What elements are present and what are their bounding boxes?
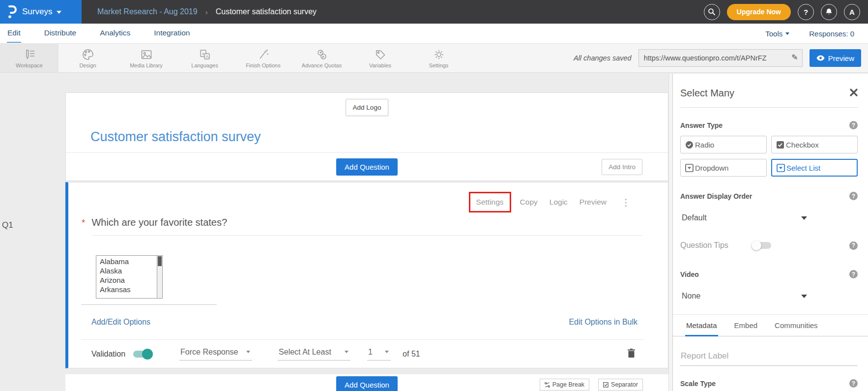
survey-nav-tabs: Edit Distribute Analytics Integration	[7, 24, 190, 43]
tab-edit[interactable]: Edit	[7, 24, 21, 43]
validation-rule-dropdown[interactable]: Force Response	[179, 348, 252, 361]
product-name: Surveys	[22, 7, 52, 17]
answer-type-label-text: Select List	[786, 164, 820, 172]
breadcrumb-folder[interactable]: Market Research - Aug 2019	[97, 7, 198, 16]
question-preview-action[interactable]: Preview	[579, 198, 607, 207]
chevron-down-icon	[801, 295, 807, 298]
toolbar-item-label: Advance Quotas	[302, 62, 342, 68]
toolbar-item-workspace[interactable]: Workspace	[0, 44, 58, 72]
save-status-text: All changes saved	[574, 54, 632, 62]
listbox-scroll-thumb[interactable]	[158, 256, 162, 266]
listbox-scrollbar[interactable]	[157, 256, 162, 298]
toolbar-item-media-library[interactable]: Media Library	[117, 44, 175, 72]
survey-title[interactable]: Customer satisfaction survey	[90, 129, 261, 145]
question-card: Settings Copy Logic Preview ⋮ * Which ar…	[65, 182, 668, 368]
answer-type-select-list[interactable]: Select List	[771, 159, 858, 177]
editor-toolbar: Workspace Design Media Library x̄A Langu…	[0, 43, 868, 73]
add-question-button-bottom[interactable]: Add Question	[336, 376, 398, 391]
toolbar-item-design[interactable]: Design	[58, 44, 117, 72]
answer-type-label-text: Radio	[695, 141, 714, 149]
tab-integration[interactable]: Integration	[153, 24, 190, 43]
toolbar-right: All changes saved ✎ Preview	[574, 44, 868, 72]
checkbox-icon	[776, 141, 784, 149]
list-option[interactable]: Arizona	[100, 275, 155, 285]
answer-select-list[interactable]: Alabama Alaska Arizona Arkansas	[96, 255, 163, 299]
chevron-down-icon	[801, 216, 807, 220]
validation-count-dropdown[interactable]: 1	[367, 348, 391, 361]
toolbar-item-languages[interactable]: x̄A Languages	[175, 44, 234, 72]
question-tips-toggle[interactable]	[752, 242, 771, 249]
tools-label: Tools	[765, 30, 782, 38]
toolbar-item-advance-quotas[interactable]: Advance Quotas	[292, 44, 351, 72]
survey-workspace: Q1 Add Logo Customer satisfaction survey…	[0, 74, 668, 391]
list-option[interactable]: Arkansas	[100, 285, 155, 294]
chevron-down-icon	[57, 11, 61, 14]
eye-icon	[816, 55, 825, 61]
notifications-button[interactable]	[821, 4, 837, 20]
question-tips-help-icon[interactable]: ?	[849, 241, 858, 250]
validation-of-total: of 51	[403, 350, 420, 359]
add-question-button-top[interactable]: Add Question	[336, 158, 398, 176]
upgrade-now-button[interactable]: Upgrade Now	[727, 4, 791, 20]
answer-type-radio[interactable]: Radio	[680, 136, 767, 153]
validation-toggle[interactable]	[133, 351, 152, 358]
chevron-down-icon	[246, 351, 250, 353]
scale-type-help-icon[interactable]: ?	[849, 379, 858, 388]
account-avatar[interactable]: A	[844, 4, 860, 20]
radio-icon	[685, 141, 694, 149]
add-edit-options-link[interactable]: Add/Edit Options	[91, 318, 150, 327]
list-option[interactable]: Alabama	[100, 257, 155, 266]
toolbar-item-label: Finish Options	[246, 62, 280, 68]
answer-display-order-dropdown[interactable]: Default	[680, 213, 807, 222]
answer-type-dropdown[interactable]: Dropdown	[680, 159, 767, 177]
tab-embed[interactable]: Embed	[733, 315, 759, 336]
close-panel-button[interactable]	[850, 89, 858, 98]
toolbar-item-label: Design	[79, 62, 96, 68]
video-dropdown[interactable]: None	[680, 292, 807, 301]
search-button[interactable]	[704, 4, 720, 20]
tag-icon	[374, 48, 387, 61]
question-text[interactable]: Which are your favorite states?	[91, 217, 227, 228]
question-more-menu-icon[interactable]: ⋮	[621, 197, 631, 208]
separator-button[interactable]: Separator	[598, 379, 643, 391]
help-button[interactable]: ?	[798, 4, 814, 20]
report-label-input[interactable]	[680, 351, 858, 366]
tab-distribute[interactable]: Distribute	[44, 24, 77, 43]
question-actions: Settings Copy Logic Preview ⋮	[68, 182, 668, 215]
topbar-actions: Upgrade Now ? A	[704, 4, 868, 20]
video-help-icon[interactable]: ?	[849, 270, 858, 278]
avatar-initial: A	[849, 8, 855, 16]
toolbar-item-label: Media Library	[130, 62, 163, 68]
breadcrumb-current-page: Customer satisfaction survey	[216, 7, 317, 16]
tab-analytics[interactable]: Analytics	[99, 24, 131, 43]
tab-communities[interactable]: Communities	[774, 315, 819, 336]
validation-row: Validation Force Response Select At Leas…	[91, 340, 668, 368]
delete-question-button[interactable]	[627, 348, 636, 360]
question-settings-action[interactable]: Settings	[469, 192, 511, 212]
toolbar-item-variables[interactable]: Variables	[351, 44, 409, 72]
toolbar-item-label: Variables	[369, 62, 391, 68]
magic-wand-icon	[257, 48, 270, 61]
survey-url-input[interactable]	[638, 49, 803, 67]
list-option[interactable]: Alaska	[100, 266, 155, 275]
preview-button[interactable]: Preview	[810, 49, 861, 67]
add-intro-button[interactable]: Add Intro	[602, 159, 642, 175]
answer-type-grid: Radio Checkbox Dropdown Select List	[680, 136, 858, 177]
question-copy-action[interactable]: Copy	[520, 198, 538, 207]
add-logo-button[interactable]: Add Logo	[346, 99, 389, 116]
edit-url-pencil-icon[interactable]: ✎	[791, 53, 798, 62]
answer-type-help-icon[interactable]: ?	[849, 121, 858, 129]
tab-metadata[interactable]: Metadata	[685, 315, 718, 336]
question-text-underline	[91, 235, 642, 236]
toolbar-item-finish-options[interactable]: Finish Options	[234, 44, 292, 72]
answer-type-checkbox[interactable]: Checkbox	[771, 136, 858, 153]
toolbar-item-settings[interactable]: Settings	[409, 44, 468, 72]
main-scrollbar-track[interactable]	[668, 74, 672, 391]
answer-display-order-help-icon[interactable]: ?	[849, 192, 858, 200]
page-break-button[interactable]: Page Break	[540, 379, 589, 391]
question-logic-action[interactable]: Logic	[550, 198, 568, 207]
validation-condition-dropdown[interactable]: Select At Least	[278, 348, 350, 361]
edit-options-in-bulk-link[interactable]: Edit Options in Bulk	[569, 318, 637, 327]
tools-menu[interactable]: Tools	[765, 30, 789, 38]
surveys-product-switcher[interactable]: Surveys	[0, 0, 82, 24]
